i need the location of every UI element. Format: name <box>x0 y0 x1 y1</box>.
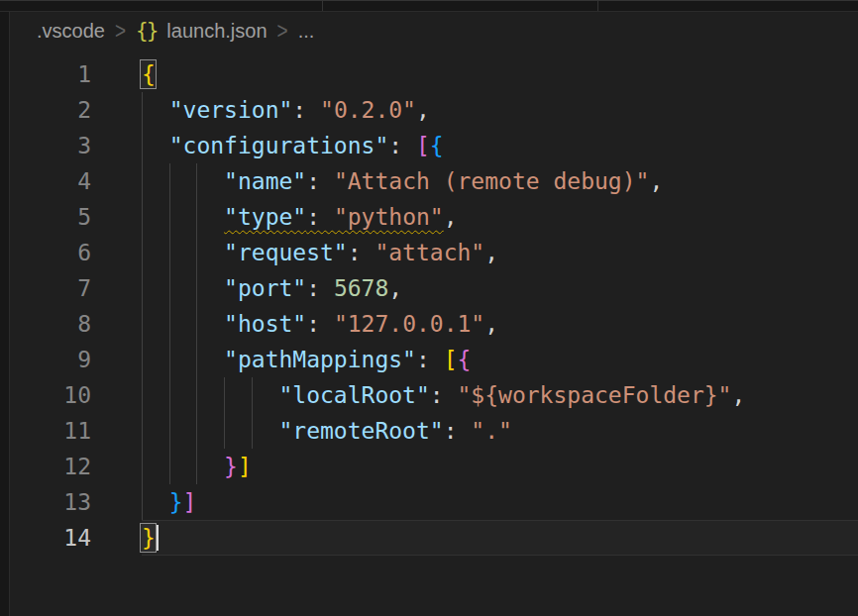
tab-separator <box>597 1 598 11</box>
line-number[interactable]: 8 <box>10 306 142 342</box>
code-text[interactable]: { <box>142 56 858 92</box>
bracket-match: } <box>142 520 156 556</box>
code-token: "request" <box>224 240 348 265</box>
code-token: , <box>731 382 745 408</box>
code-token <box>142 97 169 123</box>
code-token <box>142 240 224 265</box>
code-token: } <box>224 454 238 479</box>
code-line[interactable]: 11 "remoteRoot": "." <box>10 413 858 449</box>
code-token: : <box>388 133 416 158</box>
breadcrumb-folder[interactable]: .vscode <box>37 20 105 43</box>
code-token: : <box>306 275 334 301</box>
line-number[interactable]: 6 <box>10 235 142 270</box>
code-token: , <box>416 97 430 123</box>
code-text[interactable]: "version": "0.2.0", <box>142 92 858 128</box>
json-file-icon: {} <box>136 19 157 43</box>
code-token: : <box>348 240 375 265</box>
line-number[interactable]: 3 <box>10 128 142 163</box>
line-number[interactable]: 12 <box>10 449 142 484</box>
code-text[interactable]: "type": "python", <box>142 199 858 235</box>
warning-squiggle: "type": "python" <box>224 204 444 230</box>
line-number[interactable]: 7 <box>10 270 142 306</box>
code-line[interactable]: 12 }] <box>10 449 858 484</box>
code-token <box>142 275 224 301</box>
code-token: "port" <box>224 275 306 301</box>
code-token: , <box>484 311 498 337</box>
line-number[interactable]: 14 <box>10 520 142 556</box>
code-line[interactable]: 4 "name": "Attach (remote debug)", <box>10 163 858 199</box>
code-token <box>142 133 169 158</box>
code-text[interactable]: "request": "attach", <box>142 235 858 270</box>
code-text[interactable]: } <box>142 520 858 556</box>
code-token: ] <box>238 454 252 479</box>
code-line[interactable]: 9 "pathMappings": [{ <box>10 342 858 377</box>
code-text[interactable]: "configurations": [{ <box>142 128 858 163</box>
code-text[interactable]: "localRoot": "${workspaceFolder}", <box>142 377 858 413</box>
code-rows[interactable]: 1{2 "version": "0.2.0",3 "configurations… <box>10 56 858 556</box>
code-token: "configurations" <box>169 133 389 158</box>
code-line[interactable]: 2 "version": "0.2.0", <box>10 92 858 128</box>
code-text[interactable]: }] <box>142 484 858 520</box>
line-number[interactable]: 2 <box>10 92 142 128</box>
breadcrumb-file[interactable]: launch.json <box>166 20 267 43</box>
code-text[interactable]: "pathMappings": [{ <box>142 342 858 377</box>
vscode-editor-window: .vscode > {} launch.json > ... 1{2 "vers… <box>0 0 858 616</box>
code-line[interactable]: 3 "configurations": [{ <box>10 128 858 163</box>
code-text[interactable]: "host": "127.0.0.1", <box>142 306 858 342</box>
code-token: : <box>416 347 444 372</box>
code-token: "localRoot" <box>278 382 429 408</box>
code-token: "." <box>471 418 512 444</box>
code-text[interactable]: "name": "Attach (remote debug)", <box>142 163 858 199</box>
code-token: : <box>306 311 334 337</box>
code-token <box>142 204 224 230</box>
code-line[interactable]: 8 "host": "127.0.0.1", <box>10 306 858 342</box>
line-number[interactable]: 4 <box>10 163 142 199</box>
breadcrumbs: .vscode > {} launch.json > ... <box>10 12 858 50</box>
code-token: "pathMappings" <box>224 347 416 372</box>
code-token <box>142 382 278 408</box>
sidebar-edge <box>0 12 10 616</box>
code-token: "python" <box>334 204 444 230</box>
line-number[interactable]: 10 <box>10 377 142 413</box>
bracket-match: { <box>142 56 156 92</box>
code-token: "${workspaceFolder}" <box>458 382 732 408</box>
tab-separator <box>322 1 323 11</box>
code-token: : <box>444 418 472 444</box>
code-token <box>142 168 224 194</box>
code-token: "type" <box>224 204 306 230</box>
code-token: : <box>292 97 320 123</box>
code-token: "host" <box>224 311 306 337</box>
chevron-right-icon: > <box>277 17 288 45</box>
line-number[interactable]: 5 <box>10 199 142 235</box>
code-token: { <box>430 133 444 158</box>
line-number[interactable]: 1 <box>10 56 142 92</box>
code-text[interactable]: "remoteRoot": "." <box>142 413 858 449</box>
line-number[interactable]: 11 <box>10 413 142 449</box>
code-line[interactable]: 1{ <box>10 56 858 92</box>
line-number[interactable]: 9 <box>10 342 142 377</box>
editor-pane: .vscode > {} launch.json > ... 1{2 "vers… <box>10 12 858 616</box>
code-line[interactable]: 13 }] <box>10 484 858 520</box>
code-token: : <box>306 168 334 194</box>
code-token <box>142 418 278 444</box>
code-token: 5678 <box>334 275 388 301</box>
code-line[interactable]: 6 "request": "attach", <box>10 235 858 270</box>
code-token: [ <box>444 347 458 372</box>
code-line[interactable]: 7 "port": 5678, <box>10 270 858 306</box>
code-token <box>142 454 224 479</box>
code-token: : <box>306 204 334 230</box>
code-text[interactable]: "port": 5678, <box>142 270 858 306</box>
code-token: "remoteRoot" <box>278 418 443 444</box>
line-number[interactable]: 13 <box>10 484 142 520</box>
code-token: , <box>484 240 498 265</box>
code-token: [ <box>416 133 430 158</box>
breadcrumb-symbol-more[interactable]: ... <box>298 20 315 43</box>
code-token: ] <box>183 489 197 515</box>
code-line[interactable]: 14} <box>10 520 858 556</box>
code-text[interactable]: }] <box>142 449 858 484</box>
code-line[interactable]: 5 "type": "python", <box>10 199 858 235</box>
code-token: } <box>169 489 183 515</box>
code-line[interactable]: 10 "localRoot": "${workspaceFolder}", <box>10 377 858 413</box>
code-token <box>142 311 224 337</box>
text-cursor <box>157 525 159 551</box>
